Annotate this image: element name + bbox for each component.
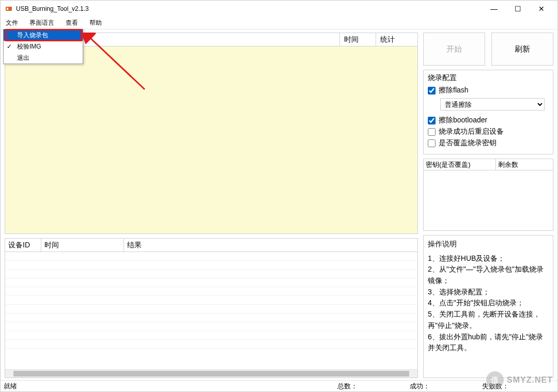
device-table: 设备ID 时间 结果 — [5, 238, 418, 378]
reboot-after-label: 烧录成功后重启设备 — [439, 127, 504, 136]
titlebar: USB_Burning_Tool_v2.1.3 ― ☐ ✕ — [1, 1, 557, 17]
erase-mode-select[interactable]: 普通擦除 — [440, 98, 545, 111]
status-total: 总数： — [337, 382, 410, 391]
burn-config-panel: 烧录配置 擦除flash 普通擦除 擦除bootloader 烧录成功后重启设备 — [423, 70, 553, 154]
refresh-button[interactable]: 刷新 — [491, 33, 553, 66]
window-controls: ― ☐ ✕ — [482, 1, 553, 17]
table-row — [5, 270, 417, 278]
table-row — [5, 278, 417, 287]
device-col-time[interactable]: 时间 — [41, 239, 124, 252]
overwrite-key-option[interactable]: 是否覆盖烧录密钥 — [428, 138, 549, 148]
main-column: 时间 统计 设备ID 时间 结果 — [5, 33, 418, 378]
instruction-line: 5、关闭工具前，先断开设备连接，再"停止"烧录。 — [428, 309, 549, 331]
instruction-line: 3、选择烧录配置； — [428, 287, 549, 298]
menu-verify-label: 校验IMG — [17, 42, 41, 51]
start-button[interactable]: 开始 — [423, 33, 485, 66]
key-panel: 密钥(是否覆盖) 剩余数 — [423, 159, 553, 231]
table-row — [5, 287, 417, 296]
status-fail: 失败数： — [482, 382, 554, 391]
erase-bootloader-checkbox[interactable] — [428, 117, 436, 124]
instruction-line: 1、连接好HUB及设备； — [428, 253, 549, 264]
progress-col-stats[interactable]: 统计 — [376, 33, 417, 46]
key-col-name[interactable]: 密钥(是否覆盖) — [424, 159, 496, 170]
erase-bootloader-option[interactable]: 擦除bootloader — [428, 116, 549, 125]
horizontal-scrollbar[interactable] — [5, 369, 417, 378]
menu-exit[interactable]: 退出 — [4, 52, 83, 64]
progress-col-time[interactable]: 时间 — [340, 33, 376, 46]
device-body — [5, 252, 417, 369]
overwrite-key-checkbox[interactable] — [428, 139, 436, 147]
app-window: USB_Burning_Tool_v2.1.3 ― ☐ ✕ 文件 界面语言 查看… — [0, 0, 558, 392]
action-buttons: 开始 刷新 — [423, 33, 553, 66]
instructions-title: 操作说明 — [428, 239, 549, 250]
minimize-button[interactable]: ― — [482, 1, 506, 17]
table-row — [5, 261, 417, 270]
menu-language[interactable]: 界面语言 — [27, 18, 56, 28]
table-row — [5, 296, 417, 305]
table-row — [5, 313, 417, 322]
menu-help[interactable]: 帮助 — [87, 18, 104, 28]
menubar: 文件 界面语言 查看 帮助 — [1, 17, 557, 29]
content-area: 时间 统计 设备ID 时间 结果 — [1, 29, 557, 380]
menu-import-label: 导入烧录包 — [17, 31, 48, 40]
key-header-row: 密钥(是否覆盖) 剩余数 — [424, 159, 553, 170]
erase-flash-checkbox[interactable] — [428, 87, 436, 95]
instruction-line: 2、从"文件"—"导入烧录包"加载烧录镜像； — [428, 264, 549, 286]
menu-import-package[interactable]: 导入烧录包 — [4, 29, 83, 41]
table-row — [5, 331, 417, 340]
device-header-row: 设备ID 时间 结果 — [5, 239, 417, 252]
reboot-after-checkbox[interactable] — [428, 128, 436, 136]
table-row — [5, 252, 417, 261]
progress-body — [5, 46, 417, 233]
menu-file[interactable]: 文件 — [4, 18, 20, 28]
close-button[interactable]: ✕ — [530, 1, 553, 17]
maximize-button[interactable]: ☐ — [506, 1, 530, 17]
menu-exit-label: 退出 — [17, 54, 29, 62]
erase-flash-option[interactable]: 擦除flash — [428, 86, 549, 95]
device-col-id[interactable]: 设备ID — [5, 239, 41, 252]
status-ready: 就绪 — [4, 382, 337, 391]
menu-verify-img[interactable]: ✓ 校验IMG — [4, 41, 83, 52]
status-success: 成功： — [410, 382, 482, 391]
instruction-line: 6、拔出外置hub前，请先"停止"烧录并关闭工具。 — [428, 332, 549, 354]
reboot-after-option[interactable]: 烧录成功后重启设备 — [428, 127, 549, 136]
table-row — [5, 322, 417, 331]
config-title: 烧录配置 — [428, 73, 549, 83]
instruction-line: 4、点击"开始"按钮启动烧录； — [428, 297, 549, 309]
svg-rect-0 — [6, 7, 12, 11]
file-dropdown-menu: 导入烧录包 ✓ 校验IMG 退出 — [3, 29, 83, 64]
window-title: USB_Burning_Tool_v2.1.3 — [16, 5, 482, 12]
table-row — [5, 305, 417, 313]
checkmark-icon: ✓ — [7, 43, 12, 50]
key-col-remain[interactable]: 剩余数 — [496, 159, 553, 170]
erase-flash-label: 擦除flash — [439, 86, 469, 95]
table-row — [5, 340, 417, 349]
erase-bootloader-label: 擦除bootloader — [439, 116, 487, 125]
instructions-panel: 操作说明 1、连接好HUB及设备； 2、从"文件"—"导入烧录包"加载烧录镜像；… — [423, 235, 553, 378]
device-col-result[interactable]: 结果 — [124, 239, 417, 252]
side-column: 开始 刷新 烧录配置 擦除flash 普通擦除 擦除bootloader — [423, 33, 553, 378]
statusbar: 就绪 总数： 成功： 失败数： — [1, 380, 557, 391]
svg-rect-1 — [7, 8, 8, 10]
app-icon — [5, 5, 13, 13]
overwrite-key-label: 是否覆盖烧录密钥 — [439, 138, 497, 148]
menu-view[interactable]: 查看 — [64, 18, 80, 28]
